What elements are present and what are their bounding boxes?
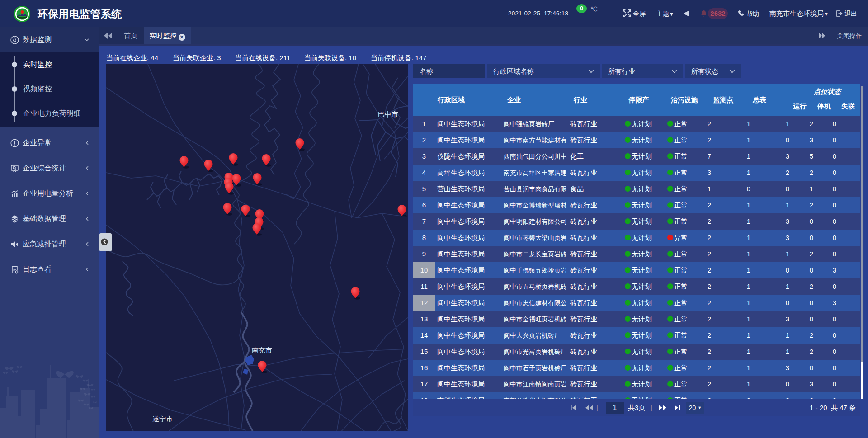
- svg-text:南充市: 南充市: [252, 346, 272, 354]
- svg-text:遂宁市: 遂宁市: [152, 415, 173, 423]
- svg-text:巴中市: 巴中市: [378, 110, 398, 118]
